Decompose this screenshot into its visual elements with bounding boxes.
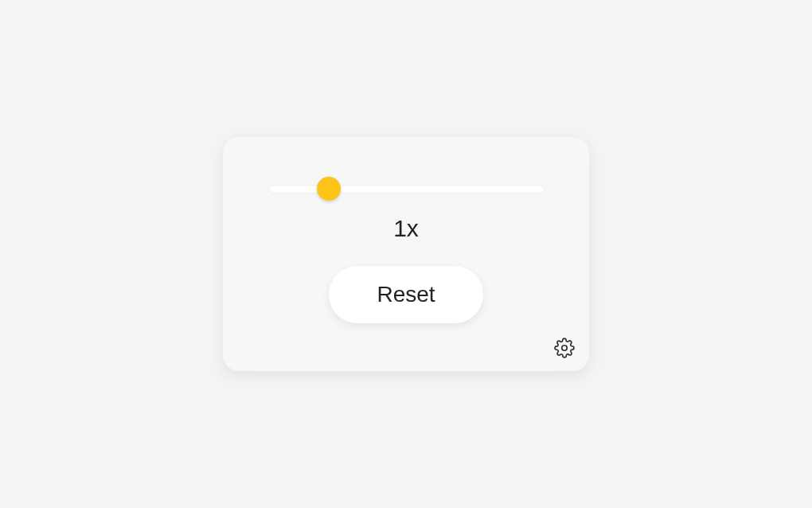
- settings-button[interactable]: [552, 336, 576, 360]
- gear-icon: [554, 338, 575, 358]
- slider-track: [269, 185, 544, 193]
- value-display: 1x: [393, 215, 419, 242]
- svg-point-0: [562, 346, 568, 351]
- slider-thumb[interactable]: [317, 177, 341, 201]
- speed-slider[interactable]: [269, 185, 544, 193]
- reset-button[interactable]: Reset: [329, 266, 482, 323]
- control-card: 1x Reset: [223, 137, 589, 371]
